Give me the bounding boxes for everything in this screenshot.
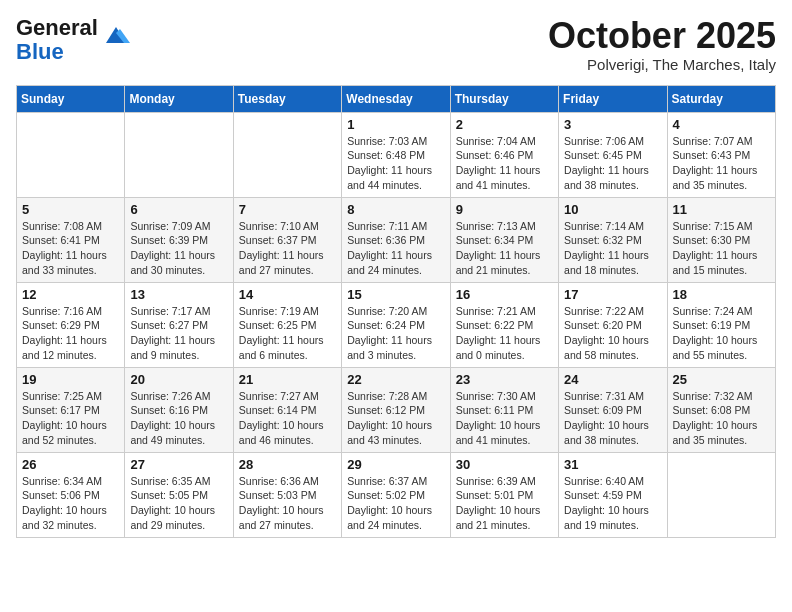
day-info: Sunrise: 7:28 AM Sunset: 6:12 PM Dayligh… (347, 389, 444, 448)
day-info: Sunrise: 7:26 AM Sunset: 6:16 PM Dayligh… (130, 389, 227, 448)
day-info: Sunrise: 7:14 AM Sunset: 6:32 PM Dayligh… (564, 219, 661, 278)
calendar-cell: 2Sunrise: 7:04 AM Sunset: 6:46 PM Daylig… (450, 112, 558, 197)
day-number: 11 (673, 202, 770, 217)
day-info: Sunrise: 7:15 AM Sunset: 6:30 PM Dayligh… (673, 219, 770, 278)
weekday-header: Saturday (667, 85, 775, 112)
day-number: 3 (564, 117, 661, 132)
day-info: Sunrise: 7:16 AM Sunset: 6:29 PM Dayligh… (22, 304, 119, 363)
day-number: 20 (130, 372, 227, 387)
day-info: Sunrise: 7:07 AM Sunset: 6:43 PM Dayligh… (673, 134, 770, 193)
day-info: Sunrise: 7:11 AM Sunset: 6:36 PM Dayligh… (347, 219, 444, 278)
day-number: 14 (239, 287, 336, 302)
calendar-cell (667, 452, 775, 537)
calendar-cell: 5Sunrise: 7:08 AM Sunset: 6:41 PM Daylig… (17, 197, 125, 282)
calendar-cell: 11Sunrise: 7:15 AM Sunset: 6:30 PM Dayli… (667, 197, 775, 282)
calendar-cell: 15Sunrise: 7:20 AM Sunset: 6:24 PM Dayli… (342, 282, 450, 367)
day-info: Sunrise: 7:27 AM Sunset: 6:14 PM Dayligh… (239, 389, 336, 448)
weekday-header: Tuesday (233, 85, 341, 112)
day-number: 12 (22, 287, 119, 302)
calendar-cell: 20Sunrise: 7:26 AM Sunset: 6:16 PM Dayli… (125, 367, 233, 452)
weekday-header: Monday (125, 85, 233, 112)
day-info: Sunrise: 7:10 AM Sunset: 6:37 PM Dayligh… (239, 219, 336, 278)
day-number: 25 (673, 372, 770, 387)
calendar-week-row: 26Sunrise: 6:34 AM Sunset: 5:06 PM Dayli… (17, 452, 776, 537)
day-info: Sunrise: 7:04 AM Sunset: 6:46 PM Dayligh… (456, 134, 553, 193)
day-info: Sunrise: 7:31 AM Sunset: 6:09 PM Dayligh… (564, 389, 661, 448)
day-number: 29 (347, 457, 444, 472)
calendar-cell: 28Sunrise: 6:36 AM Sunset: 5:03 PM Dayli… (233, 452, 341, 537)
day-info: Sunrise: 7:19 AM Sunset: 6:25 PM Dayligh… (239, 304, 336, 363)
day-info: Sunrise: 7:17 AM Sunset: 6:27 PM Dayligh… (130, 304, 227, 363)
logo: General Blue (16, 16, 130, 64)
day-number: 2 (456, 117, 553, 132)
logo-text: General Blue (16, 16, 98, 64)
calendar-week-row: 12Sunrise: 7:16 AM Sunset: 6:29 PM Dayli… (17, 282, 776, 367)
calendar-cell: 9Sunrise: 7:13 AM Sunset: 6:34 PM Daylig… (450, 197, 558, 282)
day-number: 4 (673, 117, 770, 132)
day-number: 15 (347, 287, 444, 302)
calendar-cell: 27Sunrise: 6:35 AM Sunset: 5:05 PM Dayli… (125, 452, 233, 537)
calendar-cell: 7Sunrise: 7:10 AM Sunset: 6:37 PM Daylig… (233, 197, 341, 282)
day-info: Sunrise: 7:06 AM Sunset: 6:45 PM Dayligh… (564, 134, 661, 193)
day-number: 7 (239, 202, 336, 217)
calendar-cell: 24Sunrise: 7:31 AM Sunset: 6:09 PM Dayli… (559, 367, 667, 452)
calendar-week-row: 5Sunrise: 7:08 AM Sunset: 6:41 PM Daylig… (17, 197, 776, 282)
calendar-cell: 22Sunrise: 7:28 AM Sunset: 6:12 PM Dayli… (342, 367, 450, 452)
day-info: Sunrise: 6:39 AM Sunset: 5:01 PM Dayligh… (456, 474, 553, 533)
day-info: Sunrise: 7:20 AM Sunset: 6:24 PM Dayligh… (347, 304, 444, 363)
calendar-cell (233, 112, 341, 197)
calendar-cell: 6Sunrise: 7:09 AM Sunset: 6:39 PM Daylig… (125, 197, 233, 282)
title-area: October 2025 Polverigi, The Marches, Ita… (548, 16, 776, 73)
calendar-cell: 12Sunrise: 7:16 AM Sunset: 6:29 PM Dayli… (17, 282, 125, 367)
calendar-cell: 23Sunrise: 7:30 AM Sunset: 6:11 PM Dayli… (450, 367, 558, 452)
calendar-cell: 25Sunrise: 7:32 AM Sunset: 6:08 PM Dayli… (667, 367, 775, 452)
calendar-cell: 30Sunrise: 6:39 AM Sunset: 5:01 PM Dayli… (450, 452, 558, 537)
day-number: 5 (22, 202, 119, 217)
day-info: Sunrise: 6:34 AM Sunset: 5:06 PM Dayligh… (22, 474, 119, 533)
day-info: Sunrise: 7:32 AM Sunset: 6:08 PM Dayligh… (673, 389, 770, 448)
calendar-cell: 4Sunrise: 7:07 AM Sunset: 6:43 PM Daylig… (667, 112, 775, 197)
weekday-header: Friday (559, 85, 667, 112)
calendar-week-row: 19Sunrise: 7:25 AM Sunset: 6:17 PM Dayli… (17, 367, 776, 452)
calendar-cell: 13Sunrise: 7:17 AM Sunset: 6:27 PM Dayli… (125, 282, 233, 367)
day-number: 17 (564, 287, 661, 302)
day-number: 24 (564, 372, 661, 387)
calendar-cell (17, 112, 125, 197)
day-info: Sunrise: 7:25 AM Sunset: 6:17 PM Dayligh… (22, 389, 119, 448)
calendar-table: SundayMondayTuesdayWednesdayThursdayFrid… (16, 85, 776, 538)
day-number: 22 (347, 372, 444, 387)
day-number: 16 (456, 287, 553, 302)
day-number: 26 (22, 457, 119, 472)
day-info: Sunrise: 7:22 AM Sunset: 6:20 PM Dayligh… (564, 304, 661, 363)
day-info: Sunrise: 7:13 AM Sunset: 6:34 PM Dayligh… (456, 219, 553, 278)
day-number: 28 (239, 457, 336, 472)
day-number: 10 (564, 202, 661, 217)
month-title: October 2025 (548, 16, 776, 56)
calendar-cell (125, 112, 233, 197)
calendar-cell: 8Sunrise: 7:11 AM Sunset: 6:36 PM Daylig… (342, 197, 450, 282)
calendar-cell: 26Sunrise: 6:34 AM Sunset: 5:06 PM Dayli… (17, 452, 125, 537)
weekday-header: Thursday (450, 85, 558, 112)
calendar-cell: 18Sunrise: 7:24 AM Sunset: 6:19 PM Dayli… (667, 282, 775, 367)
calendar-body: 1Sunrise: 7:03 AM Sunset: 6:48 PM Daylig… (17, 112, 776, 537)
calendar-week-row: 1Sunrise: 7:03 AM Sunset: 6:48 PM Daylig… (17, 112, 776, 197)
day-number: 31 (564, 457, 661, 472)
day-number: 18 (673, 287, 770, 302)
location: Polverigi, The Marches, Italy (548, 56, 776, 73)
day-info: Sunrise: 6:35 AM Sunset: 5:05 PM Dayligh… (130, 474, 227, 533)
page-header: General Blue October 2025 Polverigi, The… (16, 16, 776, 73)
calendar-cell: 31Sunrise: 6:40 AM Sunset: 4:59 PM Dayli… (559, 452, 667, 537)
day-info: Sunrise: 7:08 AM Sunset: 6:41 PM Dayligh… (22, 219, 119, 278)
day-info: Sunrise: 7:24 AM Sunset: 6:19 PM Dayligh… (673, 304, 770, 363)
calendar-cell: 10Sunrise: 7:14 AM Sunset: 6:32 PM Dayli… (559, 197, 667, 282)
weekday-header: Wednesday (342, 85, 450, 112)
day-number: 21 (239, 372, 336, 387)
day-info: Sunrise: 7:09 AM Sunset: 6:39 PM Dayligh… (130, 219, 227, 278)
calendar-cell: 19Sunrise: 7:25 AM Sunset: 6:17 PM Dayli… (17, 367, 125, 452)
calendar-header-row: SundayMondayTuesdayWednesdayThursdayFrid… (17, 85, 776, 112)
day-info: Sunrise: 6:36 AM Sunset: 5:03 PM Dayligh… (239, 474, 336, 533)
day-number: 6 (130, 202, 227, 217)
day-number: 27 (130, 457, 227, 472)
calendar-cell: 16Sunrise: 7:21 AM Sunset: 6:22 PM Dayli… (450, 282, 558, 367)
day-number: 9 (456, 202, 553, 217)
